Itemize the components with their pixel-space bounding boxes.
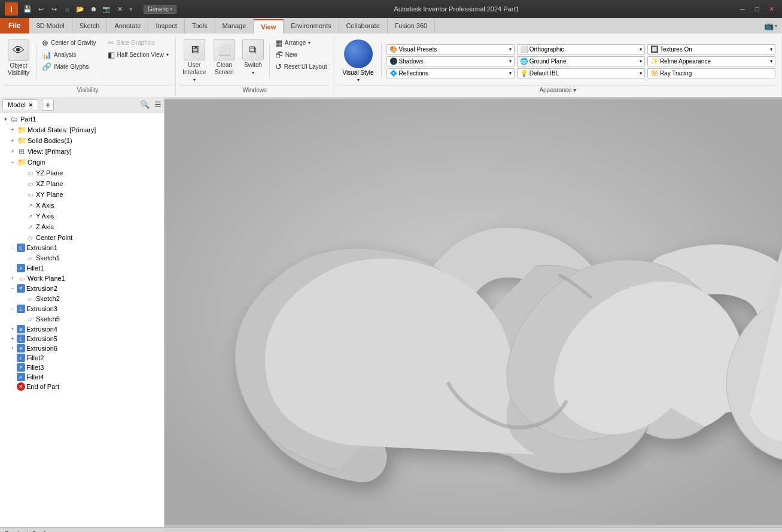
clean-screen-button[interactable]: ⬜ CleanScreen: [211, 37, 238, 78]
arrange-button[interactable]: ▦ Arrange ▾: [272, 37, 330, 48]
tree-item-x-axis[interactable]: ↗ X Axis: [0, 200, 164, 211]
panel-menu-button[interactable]: ☰: [154, 100, 162, 109]
tab-fusion360[interactable]: Fusion 360: [388, 18, 435, 34]
tree-item-fillet3[interactable]: F Fillet3: [0, 363, 164, 372]
expand-extrusion2[interactable]: −: [8, 285, 17, 291]
visual-presets-dropdown[interactable]: 🎨 Visual Presets ▾: [387, 44, 515, 54]
tree-item-extrusion5[interactable]: + E Extrusion5: [0, 334, 164, 343]
tree-item-extrusion2[interactable]: − E Extrusion2: [0, 284, 164, 293]
expand-part1[interactable]: ▾: [1, 116, 10, 122]
arrange-icon: ▦: [275, 38, 282, 47]
icon-end-of-part: ✕: [17, 382, 25, 391]
icon-xz-plane: ▭: [25, 179, 35, 189]
tab-view[interactable]: View: [254, 19, 284, 34]
tab-3dmodel[interactable]: 3D Model: [29, 18, 72, 34]
visual-style-button[interactable]: Visual Style ▾: [338, 37, 379, 85]
appearance-group-label: Appearance ▾: [338, 85, 778, 95]
tree-item-extrusion3[interactable]: − E Extrusion3: [0, 304, 164, 314]
tab-manage[interactable]: Manage: [215, 18, 254, 34]
expand-solid-bodies[interactable]: +: [8, 138, 17, 144]
open-button[interactable]: 📂: [74, 3, 86, 15]
imate-glyphs-button[interactable]: 🔗 iMate Glyphs: [39, 61, 99, 72]
app-title: Autodesk Inventor Professional 2024 Part…: [177, 5, 737, 13]
expand-origin[interactable]: −: [8, 159, 17, 165]
tab-inspect[interactable]: Inspect: [148, 18, 184, 34]
model-tab-close[interactable]: ✕: [28, 102, 33, 108]
expand-work-plane1[interactable]: +: [8, 275, 17, 281]
tree-item-extrusion6[interactable]: + E Extrusion6: [0, 343, 164, 353]
tree-item-model-states[interactable]: + 📁 Model States: [Primary]: [0, 124, 164, 135]
tree-item-end-of-part[interactable]: ✕ End of Part: [0, 382, 164, 391]
textures-dropdown[interactable]: 🔲 Textures On ▾: [647, 44, 775, 54]
tab-collaborate[interactable]: Collaborate: [339, 18, 388, 34]
ground-plane-dropdown[interactable]: 🌐 Ground Plane ▾: [517, 56, 645, 66]
reset-ui-layout-button[interactable]: ↺ Reset UI Layout: [272, 61, 330, 72]
tab-tools[interactable]: Tools: [185, 18, 215, 34]
tree-item-fillet2[interactable]: F Fillet2: [0, 353, 164, 363]
tree-item-view-primary[interactable]: + ⊞ View: [Primary]: [0, 146, 164, 157]
snapshot-button[interactable]: 📷: [101, 3, 112, 15]
close-window-button[interactable]: ✕: [765, 3, 777, 15]
generic-dropdown[interactable]: Generic ▾: [144, 5, 177, 14]
orthographic-dropdown[interactable]: ⬜ Orthographic ▾: [517, 44, 645, 54]
expand-extrusion1[interactable]: −: [8, 245, 17, 251]
center-of-gravity-button[interactable]: ⊕ Center of Gravity: [39, 37, 99, 48]
expand-extrusion4[interactable]: +: [8, 326, 17, 332]
home-button[interactable]: ⌂: [61, 3, 73, 15]
expand-extrusion3[interactable]: −: [8, 306, 17, 312]
reflections-dropdown[interactable]: 💠 Reflections ▾: [387, 68, 515, 78]
textures-icon: 🔲: [650, 45, 659, 53]
tree-item-origin[interactable]: − 📁 Origin: [0, 157, 164, 168]
tree-item-work-plane1[interactable]: + ▭ Work Plane1: [0, 273, 164, 284]
shadows-dropdown[interactable]: 🌑 Shadows ▾: [387, 56, 515, 66]
undo-button[interactable]: ↩: [35, 3, 47, 15]
tab-sketch[interactable]: Sketch: [72, 18, 108, 34]
tree-item-extrusion4[interactable]: + E Extrusion4: [0, 324, 164, 334]
tree-item-solid-bodies[interactable]: + 📁 Solid Bodies(1): [0, 135, 164, 146]
minimize-button[interactable]: ─: [737, 3, 748, 15]
tab-file[interactable]: File: [0, 18, 29, 34]
model-tab[interactable]: Model ✕: [2, 99, 38, 110]
tree-item-center-point[interactable]: ◇ Center Point: [0, 232, 164, 243]
label-center-point: Center Point: [36, 234, 72, 241]
switch-windows-button[interactable]: ⧉ Switch ▾: [239, 37, 267, 77]
icon-x-axis: ↗: [25, 200, 35, 210]
tab-extra-button[interactable]: 📺 ▾: [759, 18, 782, 34]
add-panel-button[interactable]: +: [42, 99, 54, 111]
analysis-button[interactable]: 📊 Analysis: [39, 49, 99, 60]
expand-extrusion6[interactable]: +: [8, 345, 17, 351]
tree-item-sketch2[interactable]: ▱ Sketch2: [0, 293, 164, 304]
record-button[interactable]: ⏺: [87, 3, 99, 15]
new-window-button[interactable]: 🗗 New: [272, 49, 330, 60]
object-visibility-button[interactable]: 👁 ObjectVisibility: [4, 37, 34, 79]
tree-item-xy-plane[interactable]: ▭ XY Plane: [0, 189, 164, 200]
tree-item-z-axis[interactable]: ↗ Z Axis: [0, 221, 164, 232]
tree-item-sketch1[interactable]: ▱ Sketch1: [0, 253, 164, 263]
user-interface-button[interactable]: 🖥 UserInterface ▾: [179, 37, 209, 84]
tab-annotate[interactable]: Annotate: [107, 18, 148, 34]
expand-model-states[interactable]: +: [8, 127, 17, 133]
tree-item-xz-plane[interactable]: ▭ XZ Plane: [0, 178, 164, 189]
tree-item-part1[interactable]: ▾ 🗂 Part1: [0, 114, 164, 124]
tree-item-fillet4[interactable]: F Fillet4: [0, 372, 164, 382]
tree-item-y-axis[interactable]: ↗ Y Axis: [0, 211, 164, 221]
redo-button[interactable]: ↪: [48, 3, 60, 15]
tree-item-fillet1[interactable]: F Fillet1: [0, 263, 164, 273]
expand-extrusion5[interactable]: +: [8, 336, 17, 342]
refine-appearance-icon: ✨: [650, 57, 659, 65]
save-button[interactable]: 💾: [22, 3, 34, 15]
tab-environments[interactable]: Environments: [284, 18, 339, 34]
search-panel-button[interactable]: 🔍: [140, 100, 150, 109]
tree-item-yz-plane[interactable]: ▭ YZ Plane: [0, 168, 164, 178]
refine-appearance-dropdown[interactable]: ✨ Refine Appearance ▾: [647, 56, 775, 66]
restore-button[interactable]: □: [751, 3, 763, 15]
tree-item-extrusion1[interactable]: − E Extrusion1: [0, 243, 164, 253]
ray-tracing-dropdown[interactable]: 🔆 Ray Tracing: [647, 68, 775, 78]
refine-appearance-arrow: ▾: [770, 59, 772, 64]
3d-viewport[interactable]: [165, 97, 782, 527]
close-x-button[interactable]: ✕: [114, 3, 126, 15]
default-ibl-dropdown[interactable]: 💡 Default IBL ▾: [517, 68, 645, 78]
tree-item-sketch5[interactable]: ▱ Sketch5: [0, 314, 164, 324]
half-section-view-button[interactable]: ◧ Half Section View ▾: [105, 49, 172, 60]
expand-view-primary[interactable]: +: [8, 148, 17, 154]
